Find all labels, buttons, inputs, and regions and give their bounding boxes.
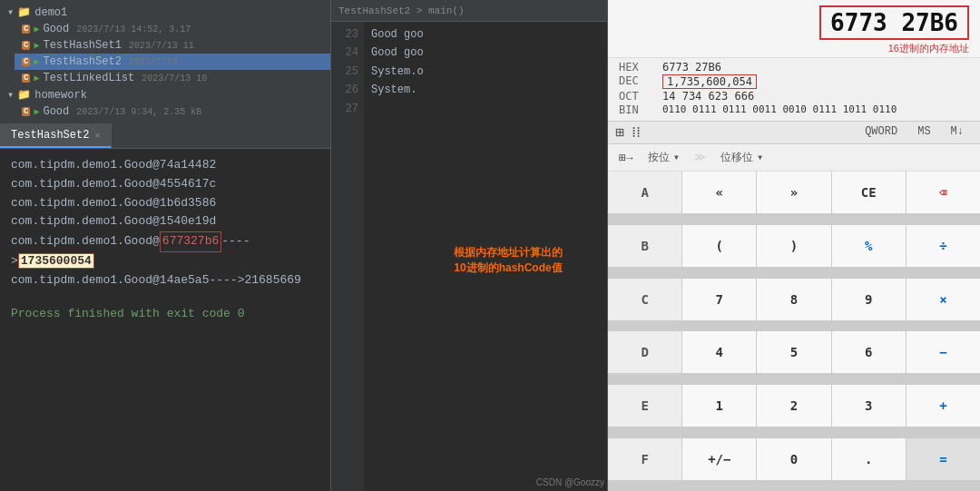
tree-folder-homework[interactable]: ▾ 📁 homework (0, 86, 330, 103)
calc-row-label-f: F (608, 438, 681, 480)
按位-label: 按位 (648, 150, 670, 165)
calc-btn-4[interactable]: 4 (682, 331, 756, 373)
calc-btn-plus[interactable]: + (906, 385, 980, 427)
tab-qword[interactable]: QWORD (856, 123, 906, 142)
calc-btn-7[interactable]: 7 (682, 279, 756, 320)
dec-label: DEC (619, 74, 652, 89)
folder-icon: 📁 (17, 5, 31, 19)
tree-file-testhashset2[interactable]: C ▶ TestHashSet2 2023/7/14 (15, 54, 330, 70)
line-num: 27 (337, 100, 358, 118)
file-meta: 2023/7/13 14:52, 3.17 (76, 25, 191, 34)
tree-folder-demo1[interactable]: ▾ 📁 demo1 (0, 4, 330, 21)
calc-btn-multiply[interactable]: × (906, 279, 980, 320)
calc-grid: A « » CE ⌫ B ( ) % ÷ C 7 8 9 × D 4 5 6 −… (608, 172, 980, 491)
calc-btn-6[interactable]: 6 (832, 331, 906, 373)
file-label: Good (43, 23, 69, 35)
line-num: 25 (337, 63, 358, 81)
calc-btn-lshift[interactable]: « (682, 172, 756, 213)
calc-btn-minus[interactable]: − (906, 331, 980, 373)
c-icon: C (22, 41, 30, 50)
calc-btn-rshift[interactable]: » (757, 172, 830, 213)
console-line-1: com.tipdm.demo1.Good@74a14482 (11, 156, 319, 175)
calc-row-label-a: A (608, 172, 681, 213)
calc-btn-9[interactable]: 9 (832, 279, 906, 320)
file-green-icon: ▶ (34, 24, 39, 34)
folder-icon: 📁 (17, 88, 31, 102)
calc-btn-lparen[interactable]: ( (682, 225, 756, 267)
file-green-icon: ▶ (34, 56, 39, 67)
calc-btn-1[interactable]: 1 (682, 385, 756, 427)
位移位-label: 位移位 (720, 150, 753, 165)
line-num: 23 (337, 25, 358, 44)
console-line-6: com.tipdm.demo1.Good@14ae5a5---->2168566… (11, 271, 319, 290)
calc-row-label-c: C (608, 279, 681, 320)
bin-label: BIN (619, 103, 652, 116)
oct-label: OCT (619, 90, 652, 103)
file-green-icon: ▶ (34, 40, 39, 51)
tree-file-testhashset1[interactable]: C ▶ TestHashSet1 2023/7/13 11 (15, 37, 330, 54)
console-line-5: com.tipdm.demo1.Good@677327b6---->173560… (11, 231, 319, 271)
arrow-value: 1735600054 (18, 253, 94, 269)
file-label: TestLinkedList (43, 72, 134, 84)
calc-conversion-rows: HEX 6773 27B6 DEC 1,735,600,054 OCT 14 7… (608, 58, 980, 121)
console-output: com.tipdm.demo1.Good@74a14482 com.tipdm.… (0, 149, 330, 491)
calc-bitops-bar: ⊞→ 按位 ▾ ≫ 位移位 ▾ (608, 144, 980, 172)
bitops-按位[interactable]: 按位 ▾ (641, 148, 687, 167)
c-icon: C (22, 25, 30, 34)
calc-hex-large: 6773 27B6 (819, 5, 969, 40)
calc-btn-divide[interactable]: ÷ (906, 225, 980, 267)
tab-ms[interactable]: MS (908, 123, 939, 142)
tab-label: TestHashSet2 (11, 129, 89, 142)
process-text: Process finished with exit code 0 (11, 307, 244, 320)
folder-label: demo1 (34, 6, 67, 19)
chevron-down-icon: ▾ (7, 88, 14, 102)
line-numbers: 23 24 25 26 27 (331, 22, 364, 491)
chevron-down-icon: ▾ (7, 5, 14, 19)
tree-file-good[interactable]: C ▶ Good 2023/7/13 14:52, 3.17 (15, 21, 330, 37)
bitops-位移位[interactable]: 位移位 ▾ (713, 148, 770, 167)
left-panel: ▾ 📁 demo1 C ▶ Good 2023/7/13 14:52, 3.17… (0, 0, 331, 491)
calc-btn-ce[interactable]: CE (832, 172, 906, 213)
oct-value: 14 734 623 666 (662, 90, 754, 103)
file-meta: 2023/7/13 10 (142, 74, 207, 83)
calc-btn-5[interactable]: 5 (757, 331, 830, 373)
breadcrumb: TestHashSet2 > main() (331, 0, 607, 22)
watermark: CSDN @Goozzy (536, 477, 604, 487)
console-line-4: com.tipdm.demo1.Good@1540e19d (11, 212, 319, 231)
calc-btn-dot[interactable]: . (832, 438, 906, 480)
grid-icon[interactable]: ⊞ (615, 123, 624, 142)
calc-btn-rparen[interactable]: ) (757, 225, 830, 267)
file-green-icon: ▶ (34, 106, 39, 117)
code-content[interactable]: Good goo Good goo System.o System. (364, 22, 607, 491)
close-icon[interactable]: ✕ (94, 130, 100, 141)
hex-label: HEX (619, 61, 652, 74)
process-line: Process finished with exit code 0 (11, 305, 319, 324)
calc-btn-2[interactable]: 2 (757, 385, 830, 427)
calc-hex-display-area: 6773 27B6 16进制的内存地址 (819, 5, 969, 55)
calc-btn-negate[interactable]: +/− (682, 438, 756, 480)
tab-m-down[interactable]: M↓ (942, 123, 973, 142)
bin-value: 0110 0111 0111 0011 0010 0111 1011 0110 (662, 103, 897, 116)
file-tree: ▾ 📁 demo1 C ▶ Good 2023/7/13 14:52, 3.17… (0, 0, 330, 123)
calc-btn-percent[interactable]: % (832, 225, 906, 267)
calc-row-label-e: E (608, 385, 681, 427)
calc-btn-0[interactable]: 0 (757, 438, 830, 480)
file-label: Good (43, 105, 69, 118)
dots-icon[interactable]: ⁞⁞ (632, 123, 641, 142)
file-meta: 2023/7/13 11 (129, 41, 194, 51)
bitops-icon: ⊞→ (619, 151, 633, 165)
calc-btn-equals[interactable]: = (906, 438, 980, 480)
middle-panel: TestHashSet2 > main() 23 24 25 26 27 Goo… (331, 0, 608, 491)
breadcrumb-text: TestHashSet2 > main() (338, 5, 465, 16)
calc-btn-8[interactable]: 8 (757, 279, 830, 320)
c-icon: C (22, 107, 30, 116)
tab-testhashset2[interactable]: TestHashSet2 ✕ (0, 123, 112, 148)
folder-label: homework (34, 89, 87, 102)
tree-file-homework-good[interactable]: C ▶ Good 2023/7/13 9:34, 2.35 kB (15, 103, 330, 120)
calc-btn-del[interactable]: ⌫ (906, 172, 980, 213)
tree-file-testlinkedlist[interactable]: C ▶ TestLinkedList 2023/7/13 10 (15, 70, 330, 86)
file-label: TestHashSet2 (43, 55, 121, 68)
editor-tab-bar: TestHashSet2 ✕ (0, 123, 330, 149)
calc-btn-3[interactable]: 3 (832, 385, 906, 427)
calc-row-bin: BIN 0110 0111 0111 0011 0010 0111 1011 0… (619, 103, 969, 116)
